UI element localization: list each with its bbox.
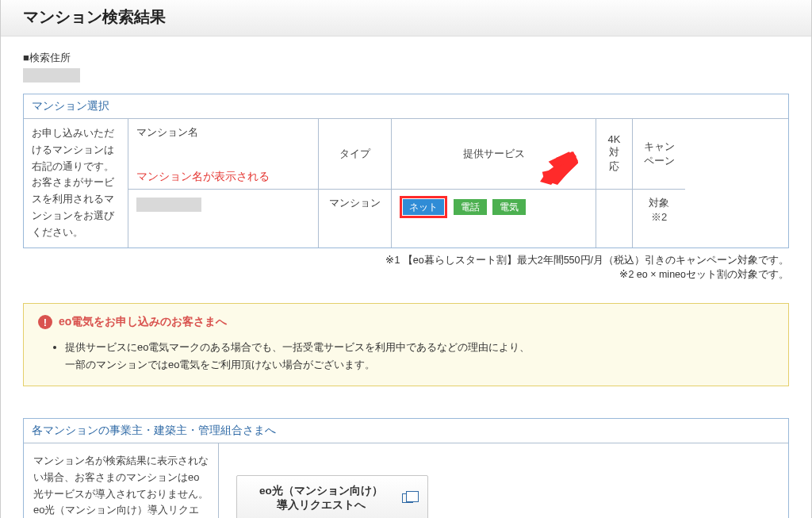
mansion-selection-section: マンション選択 お申し込みいただけるマンションは右記の通りです。お客さまがサービ… <box>23 94 789 248</box>
search-address-redacted <box>23 68 80 82</box>
warning-box: ! eo電気をお申し込みのお客さまへ 提供サービスにeo電気マークのある場合でも… <box>23 303 789 386</box>
campaign-cell: 対象※2 <box>633 190 685 247</box>
col-header-type: タイプ <box>319 119 392 190</box>
col-header-mansion-name-text: マンション名 <box>136 126 198 138</box>
col-header-mansion-name: マンション名 マンション名が表示される <box>128 119 319 190</box>
owners-section: 各マンションの事業主・建築主・管理組合さまへ マンション名が検索結果に表示されな… <box>23 418 789 518</box>
mansion-name-annotation: マンション名が表示される <box>136 170 270 184</box>
request-button-line1: eo光（マンション向け） <box>259 484 383 498</box>
page-title-bar: マンション検索結果 <box>1 0 811 36</box>
request-intro-button[interactable]: eo光（マンション向け） 導入リクエストへ <box>236 475 428 518</box>
service-badge-net: ネット <box>403 199 444 215</box>
page-title: マンション検索結果 <box>23 6 789 28</box>
warning-bullet: 提供サービスにeo電気マークのある場合でも、一括受電サービスを利用中であるなどの… <box>65 339 774 373</box>
col-header-4k: 4K 対応 <box>596 119 633 190</box>
footnote-2: ※2 eo × mineoセット割の対象です。 <box>23 267 789 282</box>
external-link-icon <box>402 493 413 503</box>
arrow-annotation-icon <box>532 150 578 189</box>
search-address-label: ■検索住所 <box>23 51 789 65</box>
selection-instructions: お申し込みいただけるマンションは右記の通りです。お客さまがサービスを利用されるマ… <box>24 119 128 247</box>
services-cell: ネット 電話 電気 <box>392 190 596 247</box>
warning-title-text: eo電気をお申し込みのお客さまへ <box>59 315 227 329</box>
footnote-1: ※1 【eo暮らしスタート割】最大2年間550円/月（税込）引きのキャンペーン対… <box>23 253 789 268</box>
mansion-name-cell[interactable] <box>128 190 319 247</box>
col-header-services: 提供サービス <box>392 119 596 190</box>
type-cell: マンション <box>319 190 392 247</box>
col-header-campaign: キャンペーン <box>633 119 685 190</box>
service-badge-tel: 電話 <box>454 199 487 215</box>
mansion-selection-heading: マンション選択 <box>24 94 788 119</box>
owners-heading: 各マンションの事業主・建築主・管理組合さまへ <box>24 419 788 443</box>
warning-title: ! eo電気をお申し込みのお客さまへ <box>38 315 774 329</box>
owners-instructions: マンション名が検索結果に表示されない場合、お客さまのマンションはeo光サービスが… <box>24 443 219 518</box>
col-header-services-text: 提供サービス <box>463 147 525 161</box>
warning-icon: ! <box>38 315 52 329</box>
service-net-highlight: ネット <box>400 196 447 218</box>
mansion-selection-table: お申し込みいただけるマンションは右記の通りです。お客さまがサービスを利用されるマ… <box>24 119 788 247</box>
request-button-line2: 導入リクエストへ <box>259 498 383 512</box>
mansion-name-redacted <box>136 198 201 212</box>
footnotes: ※1 【eo暮らしスタート割】最大2年間550円/月（税込）引きのキャンペーン対… <box>23 253 789 283</box>
4k-cell <box>596 190 633 247</box>
service-badge-elec: 電気 <box>492 199 526 215</box>
